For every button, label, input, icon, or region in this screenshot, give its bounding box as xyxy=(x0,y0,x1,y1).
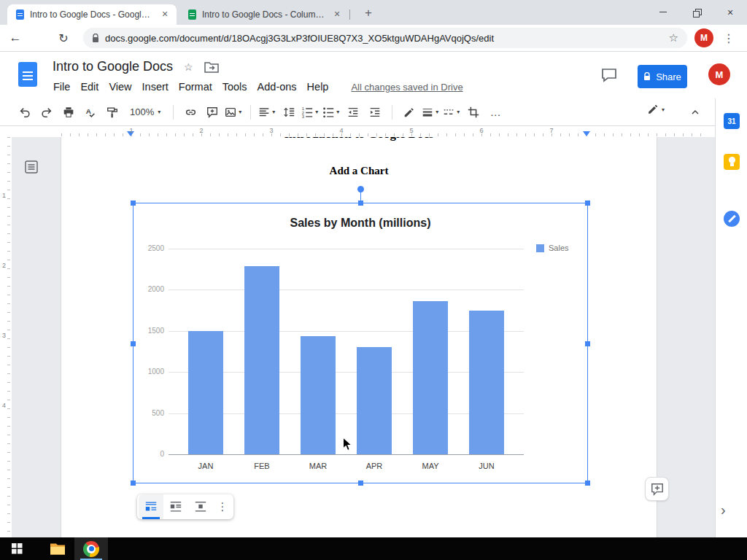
border-dash-icon xyxy=(442,106,455,119)
embedded-chart[interactable]: Sales by Month (millions) Sales 05001000… xyxy=(133,203,588,483)
menu-tools[interactable]: Tools xyxy=(217,79,252,94)
reload-button[interactable]: ↻ xyxy=(53,27,74,49)
back-button[interactable]: ← xyxy=(4,27,26,49)
spellcheck-button[interactable]: A xyxy=(80,103,101,122)
star-document-icon[interactable]: ☆ xyxy=(184,61,193,73)
docs-logo-icon[interactable] xyxy=(18,62,37,87)
tab-close-icon[interactable]: × xyxy=(159,9,171,20)
resize-handle-bottom-right[interactable] xyxy=(585,481,590,486)
insert-image-button[interactable]: ▾ xyxy=(224,103,244,122)
right-indent-marker[interactable] xyxy=(583,131,590,136)
menu-file[interactable]: File xyxy=(48,79,75,94)
ruler-number: 7 xyxy=(549,127,553,134)
ruler-number: 4 xyxy=(2,402,6,409)
y-axis-label: 2500 xyxy=(133,244,164,252)
menu-format[interactable]: Format xyxy=(174,79,217,94)
menu-edit[interactable]: Edit xyxy=(75,79,104,94)
document-subheading: Add a Chart xyxy=(61,165,657,177)
decrease-indent-button[interactable] xyxy=(343,103,363,122)
break-text-button[interactable] xyxy=(188,494,213,519)
zoom-select[interactable]: 100%▾ xyxy=(124,103,166,122)
save-status[interactable]: All changes saved in Drive xyxy=(351,82,462,93)
align-button[interactable]: ▾ xyxy=(258,103,277,122)
menu-view[interactable]: View xyxy=(104,79,136,94)
resize-handle-top[interactable] xyxy=(358,201,363,206)
document-canvas[interactable]: Introduction to Google Docs Add a Chart … xyxy=(0,137,715,537)
undo-button[interactable] xyxy=(15,103,35,122)
open-comments-button[interactable] xyxy=(601,68,617,85)
horizontal-ruler[interactable]: 1234567 xyxy=(0,126,747,137)
resize-handle-left[interactable] xyxy=(131,341,136,346)
chrome-taskbar-button[interactable] xyxy=(74,537,108,560)
layout-more-options[interactable]: ⋮ xyxy=(213,494,232,519)
document-title[interactable]: Intro to Google Docs xyxy=(53,59,173,74)
y-axis-label: 1000 xyxy=(133,368,164,376)
x-axis-label: JUN xyxy=(465,462,508,470)
redo-button[interactable] xyxy=(36,103,57,122)
inline-text-button[interactable] xyxy=(139,494,163,519)
close-button[interactable]: × xyxy=(713,0,747,24)
keep-icon[interactable] xyxy=(724,154,740,170)
ruler-number: 2 xyxy=(2,262,6,269)
y-axis-label: 500 xyxy=(133,409,164,417)
menu-insert[interactable]: Insert xyxy=(137,79,174,94)
restore-button[interactable] xyxy=(680,0,713,24)
resize-handle-right[interactable] xyxy=(585,341,590,346)
rotate-handle[interactable] xyxy=(357,186,364,192)
vertical-ruler[interactable]: 1234 xyxy=(0,137,12,537)
hide-side-panel-chevron[interactable]: › xyxy=(721,502,726,518)
increase-indent-button[interactable] xyxy=(365,103,385,122)
line-spacing-button[interactable] xyxy=(279,103,299,122)
menu-help[interactable]: Help xyxy=(302,79,334,94)
new-tab-button[interactable]: + xyxy=(359,5,378,21)
numbered-list-button[interactable]: 123▾ xyxy=(301,103,320,122)
file-explorer-button[interactable] xyxy=(41,537,74,560)
toolbar-divider xyxy=(250,105,251,120)
show-outline-button[interactable] xyxy=(25,160,38,174)
bulleted-list-button[interactable]: ▾ xyxy=(322,103,341,122)
move-folder-icon[interactable] xyxy=(204,61,219,73)
resize-handle-bottom-left[interactable] xyxy=(131,481,136,486)
editing-mode-button[interactable]: ▾ xyxy=(646,103,665,116)
print-button[interactable] xyxy=(58,103,79,122)
x-axis-label: JAN xyxy=(184,462,228,470)
more-options-button[interactable]: … xyxy=(485,103,506,122)
crop-image-button[interactable] xyxy=(463,103,484,122)
calendar-day: 31 xyxy=(727,117,735,125)
tab-google-sheets[interactable]: Intro to Google Docs - Column c × xyxy=(179,4,349,25)
share-lock-icon xyxy=(643,72,651,81)
resize-handle-top-right[interactable] xyxy=(585,201,590,206)
wrap-text-button[interactable] xyxy=(163,494,188,519)
resize-handle-bottom[interactable] xyxy=(358,481,363,486)
browser-menu-icon[interactable]: ⋮ xyxy=(720,31,738,45)
chart-title: Sales by Month (millions) xyxy=(133,217,587,230)
y-axis-label: 0 xyxy=(133,450,164,458)
border-color-button[interactable] xyxy=(399,103,419,122)
document-page[interactable]: Introduction to Google Docs Add a Chart … xyxy=(61,137,657,537)
start-button[interactable] xyxy=(0,537,34,560)
tab-close-icon[interactable]: × xyxy=(331,9,343,20)
insert-link-button[interactable] xyxy=(180,103,201,122)
chevron-down-icon: ▾ xyxy=(158,109,160,115)
border-weight-button[interactable]: ▾ xyxy=(421,103,441,122)
share-button[interactable]: Share xyxy=(638,65,687,88)
tasks-icon[interactable] xyxy=(724,211,740,227)
bookmark-star-icon[interactable]: ☆ xyxy=(669,31,678,44)
collapse-toolbar-button[interactable] xyxy=(686,103,705,122)
chevron-down-icon: ▾ xyxy=(315,109,318,115)
browser-profile-avatar[interactable]: M xyxy=(694,28,713,47)
minimize-button[interactable] xyxy=(646,0,680,24)
paint-format-button[interactable] xyxy=(102,103,123,122)
add-comment-button[interactable] xyxy=(202,103,222,122)
calendar-icon[interactable]: 31 xyxy=(724,113,740,129)
border-dash-button[interactable]: ▾ xyxy=(442,103,462,122)
docs-profile-avatar[interactable]: M xyxy=(708,63,730,85)
chart-legend: Sales xyxy=(536,244,569,252)
comment-bubble-icon xyxy=(601,68,617,82)
tab-google-docs[interactable]: Intro to Google Docs - Google D × xyxy=(7,4,177,25)
chart-bar-jan xyxy=(188,331,223,454)
address-bar[interactable]: docs.google.com/document/d/18OAcgj3G3LxP… xyxy=(83,28,687,48)
resize-handle-top-left[interactable] xyxy=(131,201,136,206)
menu-addons[interactable]: Add-ons xyxy=(252,79,302,94)
add-comment-float-button[interactable] xyxy=(645,477,669,501)
